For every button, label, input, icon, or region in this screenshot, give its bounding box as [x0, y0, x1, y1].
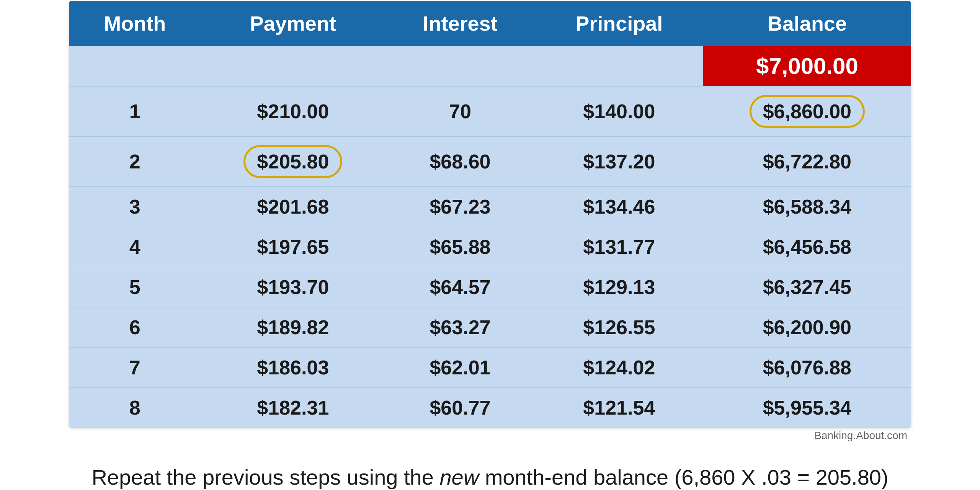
cell-principal: $137.20: [535, 136, 703, 186]
cell-balance: $6,456.58: [703, 227, 911, 267]
initial-principal: [535, 46, 703, 87]
cell-month: 2: [69, 136, 201, 186]
table-row: 2 $205.80 $68.60 $137.20 $6,722.80: [69, 136, 911, 186]
cell-interest: $60.77: [385, 387, 535, 428]
cell-balance: $6,076.88: [703, 347, 911, 387]
cell-principal: $126.55: [535, 307, 703, 347]
cell-balance: $6,200.90: [703, 307, 911, 347]
cell-month: 8: [69, 387, 201, 428]
cell-interest: $62.01: [385, 347, 535, 387]
cell-balance: $6,860.00: [703, 86, 911, 136]
cell-payment: $189.82: [201, 307, 385, 347]
cell-interest: $68.60: [385, 136, 535, 186]
header-interest: Interest: [385, 1, 535, 46]
table-row: 1 $210.00 70 $140.00 $6,860.00: [69, 86, 911, 136]
initial-interest: [385, 46, 535, 87]
amortization-table: Month Payment Interest Principal Balance…: [69, 1, 911, 428]
cell-month: 3: [69, 186, 201, 227]
cell-payment: $182.31: [201, 387, 385, 428]
cell-balance: $6,722.80: [703, 136, 911, 186]
table-row: 4 $197.65 $65.88 $131.77 $6,456.58: [69, 227, 911, 267]
cell-month: 7: [69, 347, 201, 387]
table-row: 7 $186.03 $62.01 $124.02 $6,076.88: [69, 347, 911, 387]
caption-italic: new: [439, 465, 479, 489]
balance-highlight-oval: $6,860.00: [750, 95, 865, 128]
header-payment: Payment: [201, 1, 385, 46]
cell-interest: $67.23: [385, 186, 535, 227]
cell-interest: 70: [385, 86, 535, 136]
caption-after: month-end balance (6,860 X .03 = 205.80): [479, 465, 888, 489]
header-balance: Balance: [703, 1, 911, 46]
watermark: Banking.About.com: [69, 430, 911, 442]
cell-payment: $201.68: [201, 186, 385, 227]
initial-payment: [201, 46, 385, 87]
cell-principal: $129.13: [535, 267, 703, 307]
initial-balance-row: $7,000.00: [69, 46, 911, 87]
payment-highlight-oval: $205.80: [243, 145, 342, 178]
cell-payment: $186.03: [201, 347, 385, 387]
cell-month: 4: [69, 227, 201, 267]
cell-balance: $6,327.45: [703, 267, 911, 307]
cell-payment: $193.70: [201, 267, 385, 307]
cell-principal: $124.02: [535, 347, 703, 387]
cell-principal: $140.00: [535, 86, 703, 136]
initial-month: [69, 46, 201, 87]
header-month: Month: [69, 1, 201, 46]
caption-text: Repeat the previous steps using the new …: [69, 465, 911, 490]
table-row: 6 $189.82 $63.27 $126.55 $6,200.90: [69, 307, 911, 347]
cell-balance: $5,955.34: [703, 387, 911, 428]
cell-month: 5: [69, 267, 201, 307]
table-row: 3 $201.68 $67.23 $134.46 $6,588.34: [69, 186, 911, 227]
cell-interest: $65.88: [385, 227, 535, 267]
table-row: 5 $193.70 $64.57 $129.13 $6,327.45: [69, 267, 911, 307]
header-principal: Principal: [535, 1, 703, 46]
cell-month: 1: [69, 86, 201, 136]
cell-balance: $6,588.34: [703, 186, 911, 227]
initial-balance-cell: $7,000.00: [703, 46, 911, 87]
cell-principal: $121.54: [535, 387, 703, 428]
cell-principal: $134.46: [535, 186, 703, 227]
cell-payment: $205.80: [201, 136, 385, 186]
cell-principal: $131.77: [535, 227, 703, 267]
cell-interest: $63.27: [385, 307, 535, 347]
caption-before: Repeat the previous steps using the: [91, 465, 439, 489]
cell-month: 6: [69, 307, 201, 347]
table-row: 8 $182.31 $60.77 $121.54 $5,955.34: [69, 387, 911, 428]
main-container: Month Payment Interest Principal Balance…: [69, 1, 911, 490]
cell-interest: $64.57: [385, 267, 535, 307]
cell-payment: $210.00: [201, 86, 385, 136]
cell-payment: $197.65: [201, 227, 385, 267]
